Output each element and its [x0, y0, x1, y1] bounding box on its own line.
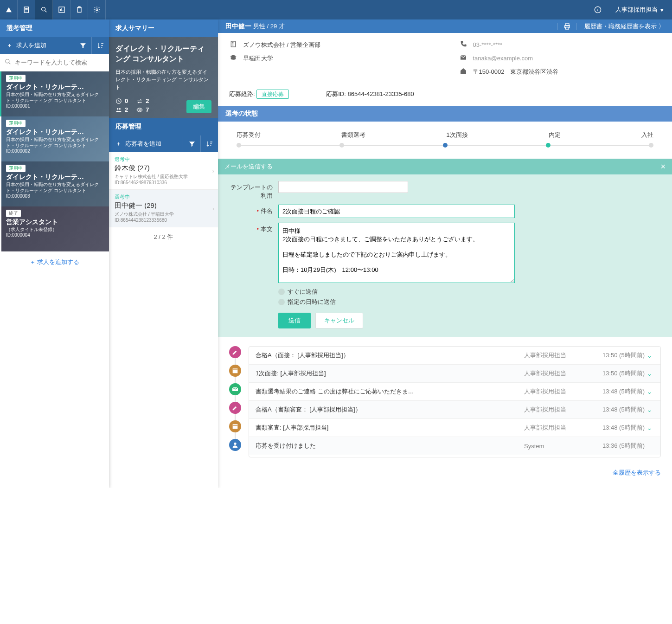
svg-rect-17: [233, 368, 238, 373]
svg-rect-15: [231, 41, 235, 47]
profile-phone: 03-****-****: [473, 41, 503, 48]
apply-route-chip: 直接応募: [256, 90, 289, 99]
timeline-user: 人事部採用担当: [524, 405, 584, 414]
stage-dot[interactable]: [443, 143, 448, 148]
apply-id-label: 応募ID:: [326, 90, 346, 97]
template-select[interactable]: [278, 181, 408, 193]
stage-dot[interactable]: [339, 143, 344, 148]
edit-button[interactable]: 編集: [186, 100, 211, 113]
nav-search-user-icon[interactable]: [35, 0, 53, 19]
send-button[interactable]: 送信: [278, 313, 311, 328]
nav-doc-icon[interactable]: [18, 0, 35, 19]
stage-label: 書類選考: [341, 131, 365, 139]
candidate-sub: 男性 / 29 才: [253, 23, 285, 30]
job-card[interactable]: 運用中 ダイレクト・リクルーテ… 日本の採用・転職の在り方を変えるダイレクト・リ…: [0, 71, 109, 116]
stage-dot[interactable]: [649, 143, 653, 148]
subject-input[interactable]: [278, 205, 515, 218]
svg-point-20: [234, 443, 236, 445]
job-id: ID:0000001: [6, 103, 104, 109]
job-card[interactable]: 終了 営業アシスタント （求人タイトル未登録） ID:0000004: [0, 206, 109, 251]
timeline-title: 応募を受け付けました: [256, 442, 524, 450]
svg-point-11: [139, 109, 141, 111]
timeline-row[interactable]: 書類選考結果のご連絡 この度は弊社にご応募いただきま…人事部採用担当13:48 …: [249, 383, 660, 401]
nav-chart-icon[interactable]: [53, 0, 70, 19]
graduation-icon: [229, 54, 237, 63]
chevron-down-icon[interactable]: ⌄: [645, 406, 654, 413]
resume-link[interactable]: 履歴書・職務経歴書を表示 〉: [577, 22, 672, 31]
nav-user-menu[interactable]: 人事部採用担当▾: [607, 6, 672, 14]
profile-address: 〒150-0002 東京都渋谷区渋谷: [473, 68, 559, 76]
nav-info-icon[interactable]: [589, 6, 607, 13]
stage-dot[interactable]: [546, 143, 550, 148]
timeline-title: 書類選考結果のご連絡 この度は弊社にご応募いただきま…: [256, 387, 524, 396]
chevron-right-icon: ›: [212, 167, 214, 174]
job-status-tag: 終了: [6, 210, 21, 217]
stat-swap: 2: [136, 97, 149, 104]
stat-people: 2: [115, 106, 128, 113]
timeline-row[interactable]: 書類審査: [人事部採用担当]人事部採用担当13:48 (5時間前)⌄: [249, 419, 660, 437]
timeline-user: 人事部採用担当: [524, 369, 584, 378]
jobs-column: 選考管理 ＋求人を追加 運用中 ダイレクト・リクルーテ… 日本の採用・転職の在り…: [0, 19, 109, 488]
timeline-badge-mail-icon: [229, 383, 241, 395]
chevron-down-icon[interactable]: ⌄: [645, 370, 654, 377]
timeline-title: 合格A（書類審査： [人事部採用担当]）: [256, 405, 524, 414]
job-desc: 日本の採用・転職の在り方を変えるダイレクト・リクルーティング コンサルタント: [6, 91, 104, 103]
search-input[interactable]: [15, 59, 104, 66]
add-job-link[interactable]: ＋ 求人を追加する: [0, 251, 109, 273]
close-icon[interactable]: ×: [660, 162, 666, 171]
filter-icon[interactable]: [183, 135, 200, 152]
applicant-id: ID:865446249879310336: [115, 180, 212, 186]
summary-column: 求人サマリー ダイレクト・リクルーティング コンサルタント 日本の採用・転職の在…: [109, 19, 218, 488]
timeline-badge-edit-icon: [229, 402, 241, 414]
job-desc: 日本の採用・転職の在り方を変えるダイレクト・リクルーティング コンサルタント: [6, 181, 104, 193]
subject-label: 件名: [226, 205, 273, 215]
add-job-button[interactable]: ＋求人を追加: [0, 37, 74, 54]
filter-icon[interactable]: [74, 37, 91, 54]
chevron-down-icon[interactable]: ⌄: [645, 425, 654, 431]
nav-clipboard-icon[interactable]: [70, 0, 88, 19]
applicant-name: 鈴木俊 (27): [115, 164, 212, 173]
applicant-row[interactable]: 選考中 鈴木俊 (27) キャリトレ株式会社 / 慶応義塾大学 ID:86544…: [109, 152, 218, 190]
stage-label: 内定: [549, 131, 561, 139]
send-now-option[interactable]: すぐに送信: [278, 288, 664, 296]
job-summary: ダイレクト・リクルーティング コンサルタント 日本の採用・転職の在り方を変えるダ…: [109, 37, 218, 118]
timeline-time: 13:50 (5時間前): [584, 369, 645, 378]
stage-dot[interactable]: [237, 143, 241, 148]
nav-gear-icon[interactable]: [88, 0, 106, 19]
job-card[interactable]: 運用中 ダイレクト・リクルーテ… 日本の採用・転職の在り方を変えるダイレクト・リ…: [0, 161, 109, 206]
print-icon[interactable]: [557, 23, 577, 30]
profile-company: ズノウ株式会社 / 営業企画部: [243, 41, 320, 49]
timeline-row[interactable]: 応募を受け付けましたSystem13:36 (5時間前): [249, 437, 660, 455]
chevron-down-icon: ▾: [660, 6, 664, 13]
cancel-button[interactable]: キャンセル: [315, 313, 363, 328]
svg-point-9: [117, 108, 119, 110]
show-all-link[interactable]: 全履歴を表示する: [218, 467, 672, 488]
sort-icon[interactable]: [91, 37, 109, 54]
svg-point-10: [119, 108, 121, 110]
stage-header: 選考の状態: [218, 106, 672, 122]
job-title: ダイレクト・リクルーテ…: [6, 173, 104, 181]
timeline-row[interactable]: 1次面接: [人事部採用担当]人事部採用担当13:50 (5時間前)⌄: [249, 365, 660, 383]
job-card[interactable]: 運用中 ダイレクト・リクルーテ… 日本の採用・転職の在り方を変えるダイレクト・リ…: [0, 116, 109, 161]
timeline-row[interactable]: 合格A（書類審査： [人事部採用担当]）人事部採用担当13:48 (5時間前)⌄: [249, 401, 660, 419]
timeline-row[interactable]: 合格A（面接： [人事部採用担当]）人事部採用担当13:50 (5時間前)⌄: [249, 347, 660, 365]
applicant-name: 田中健一 (29): [115, 201, 212, 210]
profile-email: tanaka@example.com: [473, 55, 533, 62]
top-nav: 人事部採用担当▾: [0, 0, 672, 19]
chevron-down-icon[interactable]: ⌄: [645, 388, 654, 395]
body-textarea[interactable]: [278, 223, 515, 283]
nav-logo[interactable]: [0, 0, 18, 19]
timeline-badge-user-icon: [229, 439, 241, 451]
send-scheduled-option[interactable]: 指定の日時に送信: [278, 298, 664, 306]
applicant-head: 応募管理: [109, 118, 218, 135]
applicant-row[interactable]: 選考中 田中健一 (29) ズノウ株式会社 / 早稲田大学 ID:8654442…: [109, 190, 218, 227]
search-bar: [0, 54, 109, 71]
add-applicant-button[interactable]: ＋応募者を追加: [109, 135, 183, 152]
search-icon: [5, 58, 11, 66]
stage-label: 1次面接: [446, 131, 467, 139]
job-title: ダイレクト・リクルーテ…: [6, 83, 104, 91]
candidate-name: 田中健一: [225, 22, 251, 30]
sort-icon[interactable]: [200, 135, 218, 152]
timeline-badge-calendar-icon: [229, 420, 241, 432]
chevron-down-icon[interactable]: ⌄: [645, 352, 654, 359]
